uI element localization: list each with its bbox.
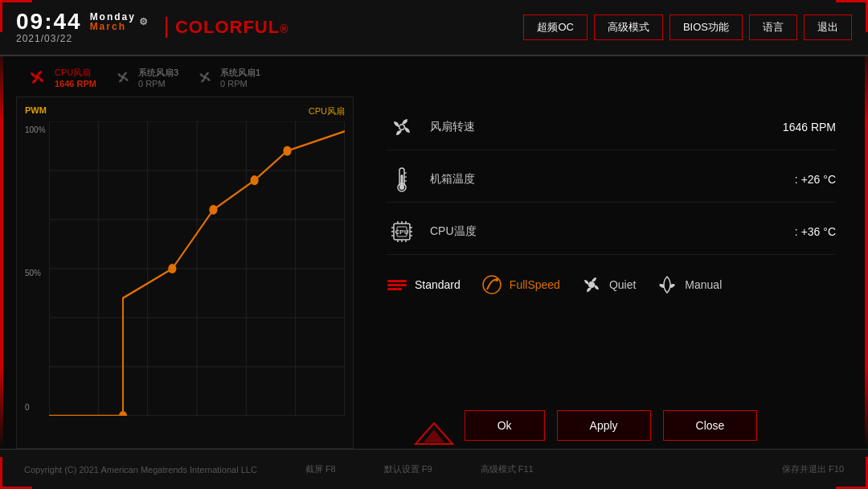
svg-rect-51 xyxy=(387,284,407,286)
month-name: March xyxy=(90,22,136,31)
footer-default: 默认设置 F9 xyxy=(384,463,432,475)
fan-curve-chart: 30°C 70°C 100°C 0 xyxy=(49,121,345,416)
corner-bottom-right xyxy=(836,457,868,489)
mode-fullspeed-button[interactable]: FullSpeed xyxy=(481,273,560,296)
nav-buttons: 超频OC 高级模式 BIOS功能 语言 退出 xyxy=(523,14,852,40)
case-temp-value: : +26 °C xyxy=(795,173,836,186)
cpu-fan-item: CPU风扇 1646 RPM xyxy=(24,64,96,90)
cpu-temp-label: CPU温度 xyxy=(430,224,795,239)
svg-rect-52 xyxy=(387,288,402,290)
mode-manual-button[interactable]: Manual xyxy=(656,273,722,296)
chart-y100: 100% xyxy=(25,125,46,134)
standard-icon xyxy=(386,273,408,296)
cpu-temp-value: : +36 °C xyxy=(795,225,836,238)
footer-save-exit: 保存并退出 F10 xyxy=(782,463,844,475)
cpu-temp-icon: CPU xyxy=(386,216,418,248)
svg-point-54 xyxy=(495,278,498,281)
fullspeed-icon xyxy=(481,273,503,296)
corner-top-left xyxy=(0,0,32,32)
footer-copyright: Copyright (C) 2021 American Megatrends I… xyxy=(24,465,257,475)
main-area: PWM CPU风扇 100% 50% 0 xyxy=(16,97,852,449)
svg-point-2 xyxy=(203,76,207,80)
right-panel: 风扇转速 1646 RPM 机箱温度 : +26 °C CPU xyxy=(370,97,852,449)
chart-cpufan-label: CPU风扇 xyxy=(309,105,345,117)
triangle-decoration xyxy=(414,421,454,449)
cpu-fan-icon xyxy=(24,64,50,90)
fan-speed-label: 风扇转速 xyxy=(430,120,783,134)
svg-point-20 xyxy=(250,175,258,185)
svg-point-21 xyxy=(283,146,291,156)
chart-pwm-label: PWM xyxy=(25,105,47,115)
fan-speed-row: 风扇转速 1646 RPM xyxy=(386,105,836,150)
svg-rect-50 xyxy=(387,280,407,282)
apply-button[interactable]: Apply xyxy=(557,410,651,441)
mode-standard-button[interactable]: Standard xyxy=(386,273,461,296)
thermometer-icon xyxy=(386,163,418,195)
fan-speed-icon xyxy=(386,111,418,143)
brand-logo: COLORFUL® xyxy=(166,17,289,38)
chart-area: PWM CPU风扇 100% 50% 0 xyxy=(16,97,354,449)
nav-language-button[interactable]: 语言 xyxy=(749,14,797,40)
cpu-temp-row: CPU CPU温度 : +36 °C xyxy=(386,209,836,255)
svg-point-31 xyxy=(399,185,404,190)
case-temp-row: 机箱温度 : +26 °C xyxy=(386,157,836,203)
sys-fan3-item: 系统风扇3 0 RPM xyxy=(113,67,178,88)
chart-y50: 50% xyxy=(25,269,41,277)
svg-point-53 xyxy=(483,276,501,294)
nav-overclock-button[interactable]: 超频OC xyxy=(523,14,588,40)
time-block: 09:44 Monday March ⚙ 2021/03/22 xyxy=(16,10,149,44)
footer-screenshot: 截屏 F8 xyxy=(305,463,336,475)
svg-point-18 xyxy=(168,264,176,273)
nav-bios-button[interactable]: BIOS功能 xyxy=(669,14,743,40)
svg-point-27 xyxy=(400,125,404,129)
cpu-fan-label: CPU风扇 xyxy=(55,67,96,79)
gear-icon: ⚙ xyxy=(139,17,149,27)
sys-fan1-label: 系统风扇1 xyxy=(220,67,260,79)
svg-point-55 xyxy=(588,281,595,288)
svg-point-19 xyxy=(209,205,217,215)
manual-icon xyxy=(656,273,678,296)
right-accent xyxy=(865,40,868,449)
sys-fan3-icon xyxy=(113,67,133,88)
fan-header: CPU风扇 1646 RPM 系统风扇3 0 RPM 系统风扇1 0 RPM xyxy=(24,64,260,90)
ok-button[interactable]: Ok xyxy=(465,410,545,441)
footer-advanced: 高级模式 F11 xyxy=(481,463,534,475)
svg-point-1 xyxy=(121,76,125,80)
sys-fan1-item: 系统风扇1 0 RPM xyxy=(194,67,260,88)
quiet-icon xyxy=(580,273,603,296)
svg-point-0 xyxy=(35,75,39,80)
sys-fan1-icon xyxy=(194,67,215,88)
mode-row: Standard FullSpeed xyxy=(386,273,836,296)
chart-y0: 0 xyxy=(25,403,30,412)
sys-fan1-rpm: 0 RPM xyxy=(220,79,260,88)
sys-fan3-label: 系统风扇3 xyxy=(138,67,178,79)
fan-speed-value: 1646 RPM xyxy=(783,121,836,134)
svg-text:CPU: CPU xyxy=(395,228,409,236)
triangle-icon xyxy=(414,421,454,446)
corner-top-right xyxy=(836,0,868,32)
corner-bottom-left xyxy=(0,457,32,489)
footer: Copyright (C) 2021 American Megatrends I… xyxy=(0,449,868,489)
date-display: 2021/03/22 xyxy=(16,33,149,44)
cpu-fan-rpm: 1646 RPM xyxy=(55,79,96,88)
case-temp-label: 机箱温度 xyxy=(430,172,795,187)
mode-quiet-button[interactable]: Quiet xyxy=(580,273,636,296)
svg-point-17 xyxy=(119,411,127,416)
header: 09:44 Monday March ⚙ 2021/03/22 COLORFUL… xyxy=(0,0,868,56)
sys-fan3-rpm: 0 RPM xyxy=(138,79,178,88)
nav-advanced-button[interactable]: 高级模式 xyxy=(594,14,663,40)
left-accent xyxy=(0,40,3,449)
close-button[interactable]: Close xyxy=(663,410,758,441)
